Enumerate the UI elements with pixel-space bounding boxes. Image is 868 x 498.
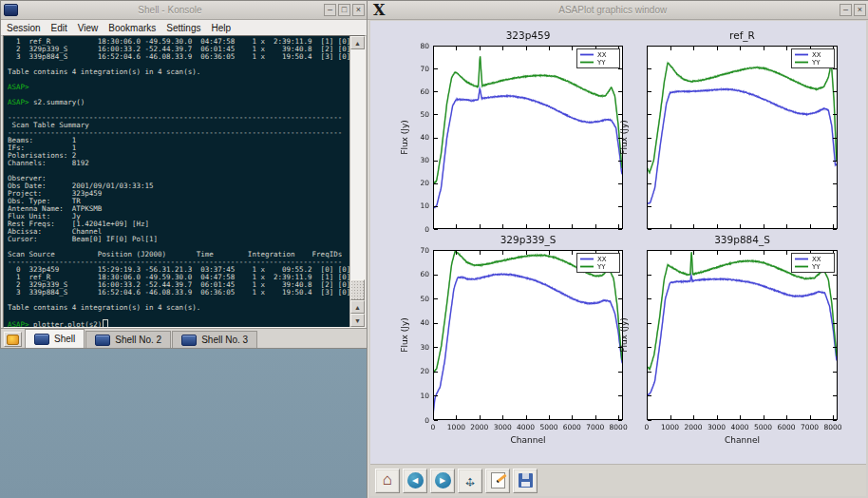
konsole-menubar: Session Edit View Bookmarks Settings Hel…	[1, 20, 368, 36]
menu-settings[interactable]: Settings	[166, 23, 200, 33]
plot-toolbar: ⌂ ◀ ▶ ↔ ↕	[370, 464, 866, 496]
subplot-bottom-right[interactable]	[609, 229, 846, 454]
konsole-window: Shell - Konsole – □ × Session Edit View …	[0, 0, 368, 349]
forward-button[interactable]: ▶	[430, 469, 455, 493]
konsole-window-title: Shell - Konsole	[18, 5, 322, 15]
tab-shell-3[interactable]: Shell No. 3	[172, 331, 257, 348]
terminal-icon	[95, 335, 110, 346]
pan-icon: ↕	[459, 469, 481, 492]
menu-edit[interactable]: Edit	[51, 23, 67, 33]
close-button[interactable]: ×	[854, 4, 866, 16]
scroll-up-icon[interactable]: ▲	[350, 36, 365, 49]
tab-label: Shell No. 2	[115, 335, 161, 345]
menu-bookmarks[interactable]: Bookmarks	[108, 23, 156, 33]
x11-icon: X	[373, 3, 385, 18]
forward-icon: ▶	[435, 472, 451, 488]
scrollbar-track[interactable]	[350, 49, 365, 300]
tab-label: Shell No. 3	[201, 335, 248, 345]
minimize-button[interactable]: –	[840, 4, 852, 16]
home-icon: ⌂	[383, 471, 392, 488]
figure-canvas-area[interactable]	[370, 21, 866, 464]
close-button[interactable]: ×	[352, 4, 365, 16]
maximize-button[interactable]: □	[338, 4, 350, 16]
pan-button[interactable]: ↔ ↕	[458, 469, 482, 493]
subplot-top-right[interactable]	[609, 21, 846, 242]
scrollbar-thumb[interactable]	[350, 279, 365, 300]
menu-session[interactable]: Session	[7, 23, 41, 33]
tab-label: Shell	[54, 334, 75, 344]
terminal-icon	[34, 334, 49, 345]
konsole-titlebar[interactable]: Shell - Konsole – □ ×	[1, 1, 368, 20]
konsole-tabbar: Shell Shell No. 2 Shell No. 3	[1, 328, 368, 348]
terminal-output: 1 ref_R 18:30:06.0 -49.59.30.0 04:47:58 …	[4, 36, 349, 327]
subplot-bottom-left[interactable]	[395, 229, 632, 454]
menu-help[interactable]: Help	[211, 23, 231, 33]
save-button[interactable]	[513, 469, 538, 493]
scroll-up2-icon[interactable]: ▲	[350, 300, 365, 314]
configure-button[interactable]	[485, 469, 510, 493]
tab-shell-2[interactable]: Shell No. 2	[85, 331, 171, 348]
minimize-button[interactable]: –	[324, 4, 336, 16]
menu-view[interactable]: View	[78, 23, 99, 33]
scroll-down-icon[interactable]: ▼	[350, 314, 365, 327]
new-session-button[interactable]	[4, 332, 22, 347]
konsole-app-icon	[4, 4, 18, 16]
back-icon: ◀	[407, 472, 424, 488]
terminal-scrollbar[interactable]: ▲ ▲ ▼	[349, 36, 365, 327]
save-icon	[519, 473, 533, 488]
terminal-icon	[181, 335, 197, 346]
home-button[interactable]: ⌂	[375, 469, 400, 493]
asaplot-titlebar[interactable]: X ASAPlot graphics window – ×	[368, 1, 868, 20]
new-session-icon	[7, 335, 19, 345]
configure-icon	[491, 472, 505, 488]
back-button[interactable]: ◀	[403, 469, 427, 493]
subplot-top-left[interactable]	[395, 21, 632, 242]
asaplot-window-title: ASAPlot graphics window	[387, 5, 838, 15]
tab-shell[interactable]: Shell	[25, 329, 85, 348]
terminal-viewport[interactable]: 1 ref_R 18:30:06.0 -49.59.30.0 04:47:58 …	[3, 35, 366, 328]
asaplot-window: X ASAPlot graphics window – × ⌂ ◀ ▶ ↔ ↕	[367, 0, 868, 498]
